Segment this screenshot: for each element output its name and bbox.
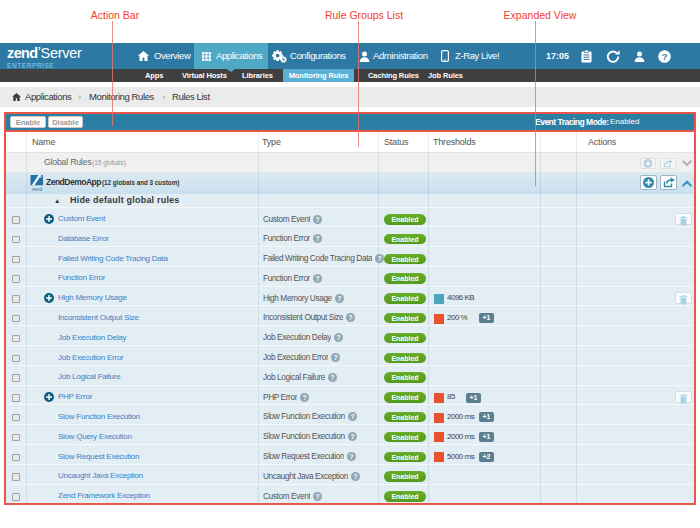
svg-text:zend: zend (32, 187, 42, 192)
svg-text:?: ? (662, 50, 668, 61)
svg-text:?: ? (316, 235, 320, 242)
svg-text:?: ? (337, 334, 341, 341)
svg-text:?: ? (334, 354, 338, 361)
svg-text:?: ? (354, 473, 358, 480)
svg-text:?: ? (303, 394, 307, 401)
svg-text:?: ? (350, 453, 354, 460)
svg-text:?: ? (316, 216, 320, 223)
svg-text:?: ? (350, 413, 354, 420)
svg-text:?: ? (316, 493, 320, 500)
svg-text:?: ? (337, 295, 341, 302)
svg-text:?: ? (316, 275, 320, 282)
svg-text:?: ? (350, 433, 354, 440)
svg-text:?: ? (331, 374, 335, 381)
svg-text:?: ? (349, 315, 353, 322)
